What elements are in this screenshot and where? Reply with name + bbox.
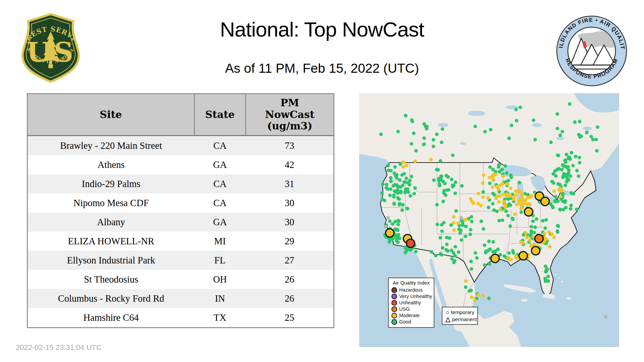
monitor-dot[interactable] [566, 166, 570, 170]
monitor-dot[interactable] [519, 106, 522, 109]
monitor-dot[interactable] [470, 220, 474, 223]
monitor-dot[interactable] [511, 249, 515, 253]
monitor-dot[interactable] [517, 200, 521, 203]
monitor-dot[interactable] [591, 138, 595, 141]
monitor-dot[interactable] [386, 164, 390, 168]
monitor-dot[interactable] [469, 260, 473, 263]
monitor-dot[interactable] [398, 237, 401, 240]
monitor-dot[interactable] [400, 208, 404, 212]
monitor-dot[interactable] [474, 251, 477, 255]
monitor-dot[interactable] [395, 228, 399, 232]
monitor-dot[interactable] [381, 198, 384, 201]
monitor-dot[interactable] [533, 243, 537, 247]
monitor-dot[interactable] [521, 203, 524, 206]
monitor-dot[interactable] [443, 182, 447, 185]
monitor-dot[interactable] [459, 229, 463, 232]
monitor-dot[interactable] [553, 169, 557, 173]
monitor-dot[interactable] [379, 132, 383, 136]
monitor-dot[interactable] [565, 153, 568, 157]
monitor-dot[interactable] [396, 241, 400, 244]
aqi-map[interactable]: Air Quality Index HazardousVery Unhealth… [359, 93, 619, 347]
monitor-dot[interactable] [413, 160, 417, 163]
monitor-dot[interactable] [533, 226, 537, 229]
monitor-dot[interactable] [397, 203, 401, 207]
monitor-dot[interactable] [556, 224, 559, 228]
monitor-dot[interactable] [563, 159, 567, 163]
monitor-dot[interactable] [532, 118, 535, 122]
top-site-marker[interactable] [532, 247, 540, 255]
monitor-dot[interactable] [406, 187, 410, 191]
monitor-dot[interactable] [530, 194, 534, 198]
monitor-dot[interactable] [476, 293, 480, 297]
monitor-dot[interactable] [434, 254, 438, 257]
monitor-dot[interactable] [544, 218, 548, 222]
monitor-dot[interactable] [508, 194, 512, 198]
top-site-marker[interactable] [491, 254, 499, 263]
monitor-dot[interactable] [506, 182, 509, 186]
monitor-dot[interactable] [451, 154, 455, 157]
monitor-dot[interactable] [457, 250, 461, 254]
monitor-dot[interactable] [397, 233, 400, 237]
monitor-dot[interactable] [505, 194, 508, 198]
monitor-dot[interactable] [569, 174, 572, 178]
monitor-dot[interactable] [482, 173, 486, 177]
monitor-dot[interactable] [481, 190, 485, 194]
monitor-dot[interactable] [401, 160, 405, 164]
monitor-dot[interactable] [404, 251, 407, 254]
monitor-dot[interactable] [515, 119, 519, 123]
monitor-dot[interactable] [552, 236, 556, 239]
monitor-dot[interactable] [441, 246, 445, 250]
monitor-dot[interactable] [410, 118, 414, 122]
monitor-dot[interactable] [501, 175, 505, 178]
monitor-dot[interactable] [483, 130, 487, 133]
monitor-dot[interactable] [503, 203, 507, 207]
monitor-dot[interactable] [448, 236, 451, 240]
monitor-dot[interactable] [452, 221, 455, 225]
monitor-dot[interactable] [386, 187, 390, 191]
monitor-dot[interactable] [558, 133, 562, 137]
monitor-dot[interactable] [487, 240, 491, 243]
monitor-dot[interactable] [477, 192, 480, 195]
monitor-dot[interactable] [578, 120, 582, 123]
monitor-dot[interactable] [388, 220, 392, 223]
monitor-dot[interactable] [389, 176, 393, 180]
monitor-dot[interactable] [392, 195, 396, 199]
monitor-dot[interactable] [464, 225, 468, 228]
monitor-dot[interactable] [546, 275, 550, 278]
monitor-dot[interactable] [491, 250, 495, 254]
monitor-dot[interactable] [435, 132, 439, 136]
monitor-dot[interactable] [429, 158, 433, 162]
monitor-dot[interactable] [404, 180, 407, 184]
monitor-dot[interactable] [482, 227, 485, 231]
monitor-dot[interactable] [565, 180, 569, 184]
monitor-dot[interactable] [595, 149, 599, 153]
monitor-dot[interactable] [596, 125, 599, 129]
monitor-dot[interactable] [432, 178, 436, 182]
monitor-dot[interactable] [509, 187, 513, 190]
monitor-dot[interactable] [544, 279, 548, 282]
monitor-dot[interactable] [501, 219, 504, 222]
monitor-dot[interactable] [574, 155, 578, 158]
monitor-dot[interactable] [435, 203, 439, 206]
monitor-dot[interactable] [441, 200, 445, 203]
monitor-dot[interactable] [393, 189, 396, 193]
monitor-dot[interactable] [392, 201, 396, 205]
monitor-dot[interactable] [454, 180, 458, 184]
monitor-dot[interactable] [507, 136, 511, 140]
monitor-dot[interactable] [454, 209, 458, 213]
monitor-dot[interactable] [501, 182, 504, 186]
monitor-dot[interactable] [520, 210, 523, 214]
monitor-dot[interactable] [488, 262, 491, 266]
monitor-dot[interactable] [577, 174, 581, 178]
monitor-dot[interactable] [413, 192, 416, 196]
monitor-dot[interactable] [554, 195, 557, 198]
monitor-dot[interactable] [562, 165, 566, 168]
monitor-dot[interactable] [422, 136, 426, 140]
monitor-dot[interactable] [473, 299, 477, 302]
monitor-dot[interactable] [563, 200, 567, 204]
monitor-dot[interactable] [578, 161, 582, 165]
monitor-dot[interactable] [400, 173, 404, 177]
monitor-dot[interactable] [435, 223, 439, 226]
monitor-dot[interactable] [445, 242, 449, 246]
monitor-dot[interactable] [556, 127, 559, 130]
